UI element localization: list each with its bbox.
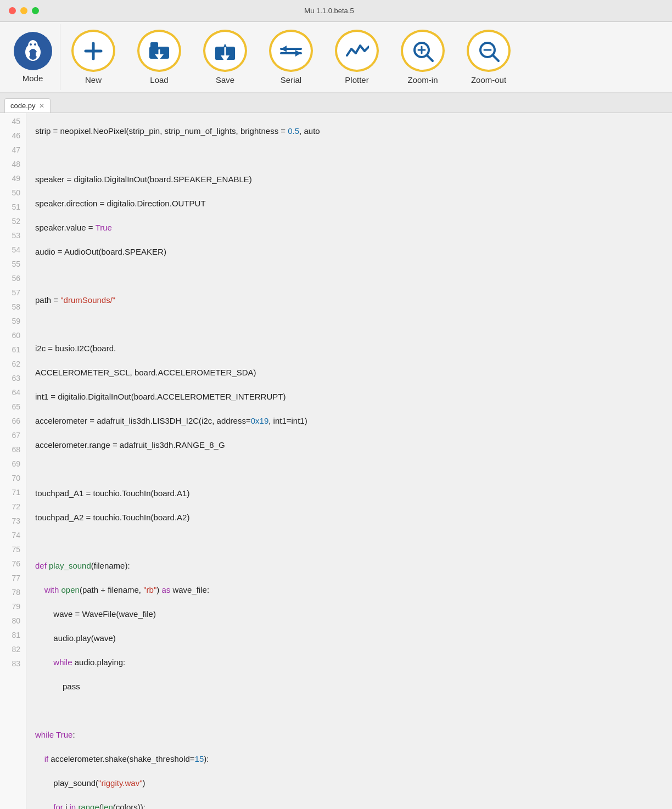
line-num: 53 xyxy=(5,228,20,243)
line-num: 48 xyxy=(5,157,20,171)
code-line-52: path = "drumSounds/" xyxy=(35,293,672,307)
close-button[interactable] xyxy=(9,7,16,14)
plotter-label: Plotter xyxy=(345,75,368,85)
code-area[interactable]: strip = neopixel.NeoPixel(strip_pin, str… xyxy=(26,113,672,809)
code-line-59 xyxy=(35,462,672,476)
svg-marker-21 xyxy=(281,46,287,52)
titlebar: Mu 1.1.0.beta.5 xyxy=(0,0,672,22)
zoom-out-button[interactable]: Zoom-out xyxy=(456,24,522,90)
code-line-57: accelerometer = adafruit_lis3dh.LIS3DH_I… xyxy=(35,414,672,428)
svg-line-24 xyxy=(427,55,433,61)
line-num: 51 xyxy=(5,200,20,214)
svg-point-2 xyxy=(30,43,32,46)
code-line-46 xyxy=(35,148,672,162)
tab-close-button[interactable]: ✕ xyxy=(39,102,44,110)
load-label: Load xyxy=(150,75,168,85)
mode-button[interactable]: Mode xyxy=(5,24,60,90)
code-line-50: audio = AudioOut(board.SPEAKER) xyxy=(35,245,672,259)
save-button[interactable]: Save xyxy=(192,24,258,90)
tab-filename: code.py xyxy=(10,102,36,110)
tabbar: code.py ✕ xyxy=(0,93,672,113)
line-num: 83 xyxy=(5,656,20,671)
line-num: 57 xyxy=(5,285,20,300)
line-num: 59 xyxy=(5,314,20,328)
line-num: 58 xyxy=(5,300,20,314)
code-line-66: audio.play(wave) xyxy=(35,631,672,645)
line-num: 52 xyxy=(5,214,20,228)
line-num: 70 xyxy=(5,471,20,485)
line-num: 69 xyxy=(5,457,20,471)
line-num: 74 xyxy=(5,528,20,542)
code-line-54: i2c = busio.I2C(board. xyxy=(35,341,672,356)
code-line-55: ACCELEROMETER_SCL, board.ACCELEROMETER_S… xyxy=(35,366,672,380)
line-num: 62 xyxy=(5,357,20,371)
line-num: 78 xyxy=(5,585,20,599)
load-button[interactable]: Load xyxy=(126,24,192,90)
plotter-button[interactable]: Plotter xyxy=(324,24,390,90)
maximize-button[interactable] xyxy=(32,7,39,14)
svg-rect-5 xyxy=(27,52,30,57)
line-num: 50 xyxy=(5,186,20,200)
code-line-63: def play_sound(filename): xyxy=(35,559,672,573)
editor: 45 46 47 48 49 50 51 52 53 54 55 56 57 5… xyxy=(0,113,672,809)
line-num: 49 xyxy=(5,171,20,186)
zoom-in-button[interactable]: Zoom-in xyxy=(390,24,456,90)
plotter-icon-circle xyxy=(335,30,379,72)
load-icon xyxy=(147,39,171,63)
code-line-53 xyxy=(35,317,672,332)
code-line-51 xyxy=(35,269,672,283)
line-numbers: 45 46 47 48 49 50 51 52 53 54 55 56 57 5… xyxy=(0,113,26,809)
line-num: 63 xyxy=(5,371,20,385)
line-num: 54 xyxy=(5,243,20,257)
code-line-67: while audio.playing: xyxy=(35,655,672,670)
minimize-button[interactable] xyxy=(20,7,27,14)
serial-icon-circle xyxy=(269,30,313,72)
zoom-in-icon-circle xyxy=(401,30,445,72)
code-line-60: touchpad_A1 = touchio.TouchIn(board.A1) xyxy=(35,486,672,501)
new-label: New xyxy=(85,75,102,85)
mode-label: Mode xyxy=(23,74,43,83)
code-line-49: speaker.value = True xyxy=(35,221,672,235)
zoom-out-icon-circle xyxy=(467,30,511,72)
line-num: 64 xyxy=(5,385,20,400)
line-num: 79 xyxy=(5,599,20,614)
line-num: 72 xyxy=(5,499,20,514)
window-controls xyxy=(9,7,39,14)
app-title: Mu 1.1.0.beta.5 xyxy=(304,7,354,15)
line-num: 61 xyxy=(5,342,20,357)
code-line-64: with open(path + filename, "rb") as wave… xyxy=(35,583,672,597)
plotter-icon xyxy=(345,39,369,63)
file-tab[interactable]: code.py ✕ xyxy=(4,98,51,113)
line-num: 46 xyxy=(5,128,20,143)
code-line-58: accelerometer.range = adafruit_lis3dh.RA… xyxy=(35,438,672,452)
svg-line-28 xyxy=(492,55,499,61)
code-line-69 xyxy=(35,704,672,718)
line-num: 56 xyxy=(5,271,20,285)
toolbar: Mode New Load xyxy=(0,22,672,93)
line-num: 55 xyxy=(5,257,20,271)
line-num: 76 xyxy=(5,557,20,571)
line-num: 65 xyxy=(5,400,20,414)
mode-icon xyxy=(20,38,46,64)
new-icon xyxy=(81,39,105,63)
load-icon-circle xyxy=(137,30,181,72)
code-line-71: if accelerometer.shake(shake_threshold=1… xyxy=(35,752,672,766)
code-line-65: wave = WaveFile(wave_file) xyxy=(35,607,672,621)
line-num: 81 xyxy=(5,628,20,642)
code-line-61: touchpad_A2 = touchio.TouchIn(board.A2) xyxy=(35,510,672,525)
new-button[interactable]: New xyxy=(60,24,126,90)
serial-icon xyxy=(279,39,303,63)
line-num: 68 xyxy=(5,442,20,457)
code-line-56: int1 = digitalio.DigitalInOut(board.ACCE… xyxy=(35,390,672,404)
serial-label: Serial xyxy=(281,75,301,85)
line-num: 45 xyxy=(5,114,20,128)
serial-button[interactable]: Serial xyxy=(258,24,324,90)
new-icon-circle xyxy=(71,30,115,72)
save-icon-circle xyxy=(203,30,247,72)
code-line-72: play_sound("riggity.wav") xyxy=(35,776,672,790)
code-line-47: speaker = digitalio.DigitalInOut(board.S… xyxy=(35,172,672,187)
line-num: 67 xyxy=(5,428,20,442)
line-num: 82 xyxy=(5,642,20,656)
svg-point-3 xyxy=(34,43,36,46)
line-num: 80 xyxy=(5,614,20,628)
